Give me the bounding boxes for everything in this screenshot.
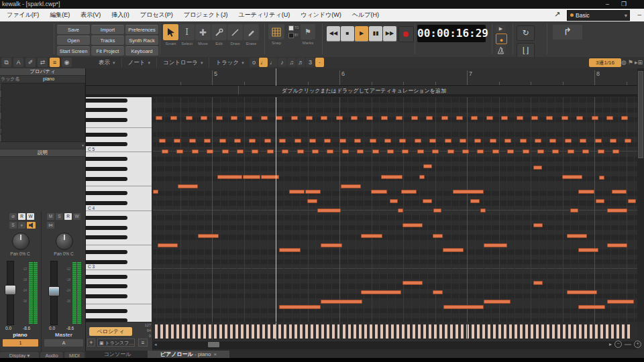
tracks-button[interactable]: Tracks (91, 36, 124, 45)
midi-note[interactable] (592, 116, 598, 120)
brush-icon[interactable]: ✐ (25, 58, 36, 67)
midi-note[interactable] (354, 139, 361, 143)
add-lane-button[interactable]: + (87, 339, 95, 347)
midi-note[interactable] (612, 190, 627, 194)
velocity-bar[interactable] (268, 324, 270, 339)
velocity-bar[interactable] (429, 324, 431, 339)
midi-note[interactable] (537, 149, 544, 154)
black-key[interactable] (86, 309, 127, 313)
midi-note[interactable] (610, 139, 616, 143)
midi-note[interactable] (222, 149, 229, 154)
midi-note[interactable] (533, 281, 543, 285)
prv-menu-トラック[interactable]: トラック▾ (209, 58, 250, 68)
velocity-bar[interactable] (176, 324, 179, 339)
stop-button[interactable]: ■ (341, 26, 354, 42)
midi-note[interactable] (321, 300, 362, 304)
midi-note[interactable] (282, 149, 288, 154)
midi-note[interactable] (507, 149, 514, 154)
import-button[interactable]: Import (91, 25, 124, 34)
midi-note[interactable] (261, 116, 268, 120)
zoom-slider[interactable] (625, 344, 631, 345)
midi-note[interactable] (504, 139, 511, 143)
velocity-bar[interactable] (332, 324, 335, 339)
velocity-bar[interactable] (278, 324, 281, 339)
midi-note[interactable] (598, 149, 604, 154)
midi-note[interactable] (189, 139, 196, 143)
midi-note[interactable] (607, 208, 627, 213)
pan-knob-piano[interactable] (12, 233, 30, 250)
midi-note[interactable] (159, 139, 166, 143)
midi-note[interactable] (249, 139, 256, 143)
transform-button[interactable]: ▣ トランスフ… (97, 339, 135, 347)
prv-menu-ノート[interactable]: ノート▾ (122, 58, 157, 68)
midi-note[interactable] (612, 149, 619, 154)
velocity-bar[interactable] (166, 324, 168, 339)
menu-ユーティリティ(U)[interactable]: ユーティリティ(U) (233, 9, 295, 21)
midi-note[interactable] (279, 305, 321, 309)
midi-note[interactable] (399, 139, 406, 143)
metronome-button[interactable] (496, 45, 506, 54)
midi-note[interactable] (567, 234, 587, 238)
pan-knob-Master[interactable] (56, 233, 73, 250)
midi-note[interactable] (419, 175, 425, 179)
note-value-button-0[interactable]: o (250, 58, 258, 67)
midi-note[interactable] (423, 164, 432, 168)
velocity-bar[interactable] (311, 324, 313, 339)
menu-ウィンドウ(W)[interactable]: ウィンドウ(W) (295, 9, 347, 21)
midi-note[interactable] (372, 149, 379, 154)
midi-note[interactable] (628, 199, 636, 203)
midi-note[interactable] (366, 116, 373, 120)
text-tool-icon[interactable]: A (13, 58, 23, 67)
strip-piano-btn-W[interactable]: W (27, 213, 34, 220)
timeline-ruler[interactable]: 5678 (86, 68, 644, 86)
rewind-button[interactable]: ◀◀ (327, 26, 340, 42)
note-value-button-5[interactable]: ♬ (297, 58, 305, 67)
midi-note[interactable] (460, 139, 466, 143)
prv-menu-コントローラ[interactable]: コントローラ▾ (157, 58, 210, 68)
velocity-bar[interactable] (531, 324, 533, 339)
midi-note[interactable] (370, 139, 376, 143)
velocity-bar[interactable] (472, 324, 474, 339)
strip-piano-btn-⊘[interactable]: ⊘ (9, 213, 17, 220)
menu-表示(V)[interactable]: 表示(V) (75, 9, 106, 21)
midi-note[interactable] (176, 149, 183, 154)
black-key[interactable] (86, 157, 127, 161)
vertical-scrollbar-thumb[interactable] (638, 71, 643, 158)
midi-note[interactable] (480, 208, 486, 213)
midi-note[interactable] (402, 281, 423, 285)
velocity-bar[interactable] (182, 324, 184, 339)
midi-note[interactable] (361, 234, 382, 238)
midi-note[interactable] (549, 139, 556, 143)
midi-note[interactable] (384, 139, 391, 143)
velocity-bar[interactable] (396, 324, 399, 339)
target-icon[interactable]: ◉ (62, 58, 72, 67)
note-value-button-7[interactable]: · (315, 58, 324, 67)
midi-note[interactable] (307, 199, 317, 203)
flag-icon[interactable]: ⚑ (628, 58, 633, 67)
velocity-bar[interactable] (600, 324, 603, 339)
velocity-bar[interactable] (284, 324, 286, 339)
velocity-bar[interactable] (359, 324, 362, 339)
open-button[interactable]: Open (57, 36, 90, 45)
velocity-bar[interactable] (327, 324, 329, 339)
velocity-bar[interactable] (402, 324, 405, 339)
midi-note[interactable] (162, 149, 168, 154)
velocity-bar[interactable] (455, 324, 458, 339)
menu-プロジェクト(J)[interactable]: プロジェクト(J) (178, 9, 233, 21)
midi-note[interactable] (289, 190, 305, 194)
black-key[interactable] (86, 142, 127, 146)
midi-note[interactable] (321, 116, 327, 120)
midi-note[interactable] (219, 139, 226, 143)
midi-note[interactable] (533, 166, 542, 170)
close-icon[interactable]: × (213, 351, 217, 357)
black-key[interactable] (86, 108, 127, 112)
play-button[interactable]: ▶ (355, 26, 368, 42)
minimize-button[interactable]: – (606, 0, 609, 8)
save-button[interactable]: Save (57, 25, 90, 34)
record-button[interactable] (398, 26, 414, 42)
velocity-bar[interactable] (230, 324, 233, 339)
midi-note[interactable] (402, 149, 409, 154)
tool-select[interactable]: ISelect (179, 24, 195, 46)
midi-note[interactable] (361, 290, 401, 294)
midi-note[interactable] (231, 116, 237, 120)
